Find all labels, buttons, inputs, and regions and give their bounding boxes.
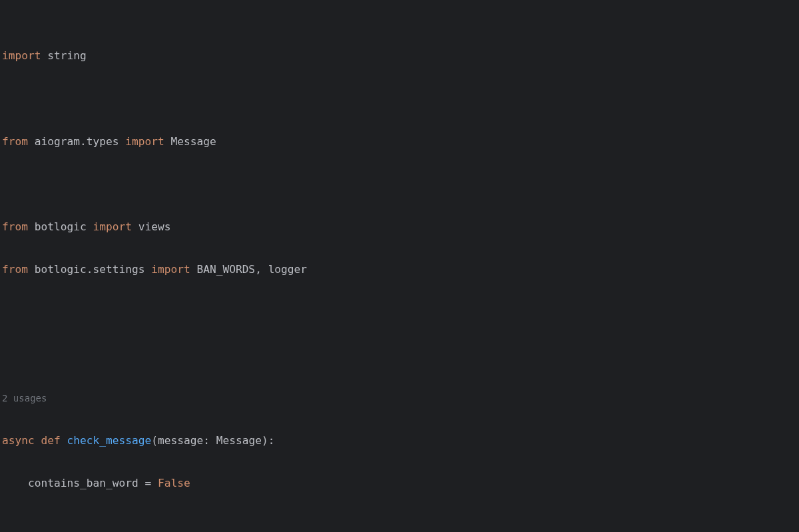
module-views: views bbox=[138, 220, 171, 233]
assign: = bbox=[138, 477, 158, 489]
code-line-blank[interactable] bbox=[0, 174, 799, 195]
keyword-import: import bbox=[151, 263, 190, 276]
const-ban-words: BAN_WORDS bbox=[196, 263, 255, 276]
module-aiogram-types: aiogram.types bbox=[35, 135, 119, 148]
keyword-import: import bbox=[2, 49, 41, 62]
colon: : bbox=[203, 434, 216, 447]
keyword-import: import bbox=[93, 220, 131, 233]
code-line[interactable]: import string bbox=[0, 45, 799, 67]
paren-open: ( bbox=[151, 434, 158, 447]
code-line-blank[interactable] bbox=[0, 88, 799, 109]
code-line[interactable]: from aiogram.types import Message bbox=[0, 131, 799, 152]
code-line[interactable]: from botlogic.settings import BAN_WORDS,… bbox=[0, 259, 799, 280]
keyword-from: from bbox=[2, 135, 28, 148]
code-line-def[interactable]: async def check_message(message: Message… bbox=[0, 430, 799, 451]
usages-hint[interactable]: 2 usages bbox=[2, 393, 47, 403]
code-line-blank[interactable] bbox=[0, 344, 799, 366]
module-botlogic-settings: botlogic.settings bbox=[35, 263, 145, 276]
keyword-import: import bbox=[125, 135, 164, 148]
paren-close-colon: ): bbox=[262, 434, 275, 447]
code-editor[interactable]: import string from aiogram.types import … bbox=[0, 0, 799, 532]
module-string: string bbox=[47, 49, 86, 62]
comma: , bbox=[255, 263, 268, 276]
func-check-message: check_message bbox=[67, 434, 151, 447]
ident-logger: logger bbox=[268, 263, 307, 276]
usages-hint-line[interactable]: 2 usages bbox=[0, 388, 799, 409]
class-message: Message bbox=[170, 135, 216, 148]
keyword-def: def bbox=[41, 434, 60, 447]
var-contains-ban-word: contains_ban_word bbox=[28, 477, 138, 489]
param-message: message bbox=[158, 434, 203, 447]
code-line-blank[interactable] bbox=[0, 515, 799, 532]
bool-false: False bbox=[158, 477, 190, 489]
code-line-blank[interactable] bbox=[0, 302, 799, 323]
module-botlogic: botlogic bbox=[35, 220, 87, 233]
code-line[interactable]: from botlogic import views bbox=[0, 216, 799, 238]
keyword-from: from bbox=[2, 220, 28, 233]
keyword-from: from bbox=[2, 263, 28, 276]
code-line[interactable]: contains_ban_word = False bbox=[0, 473, 799, 494]
keyword-async: async bbox=[2, 434, 35, 447]
type-message: Message bbox=[216, 434, 262, 447]
